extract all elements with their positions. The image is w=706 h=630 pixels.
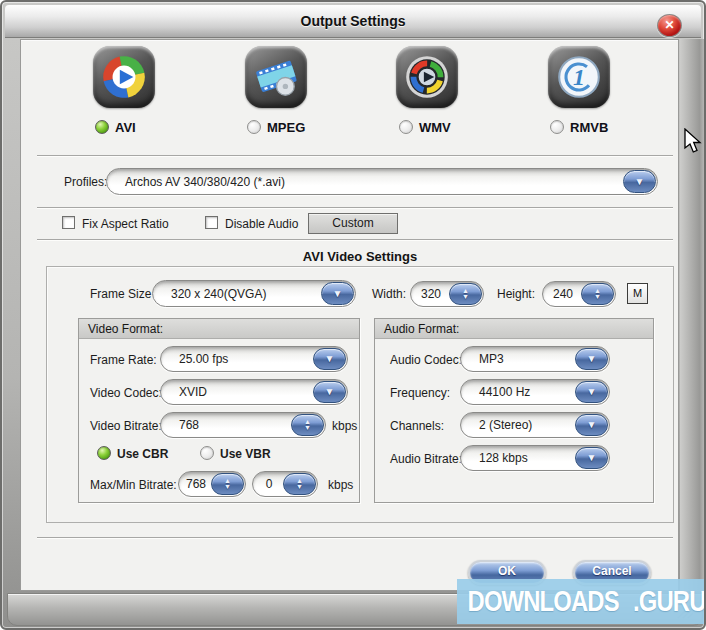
- dropdown-arrow-icon[interactable]: ▼: [575, 447, 608, 469]
- width-label: Width:: [372, 287, 406, 301]
- profiles-label: Profiles:: [64, 175, 107, 189]
- video-bitrate-stepper[interactable]: 768 ▲▼: [160, 412, 326, 438]
- avi-format-icon[interactable]: [93, 46, 155, 108]
- width-stepper[interactable]: 320 ▲▼: [410, 281, 484, 307]
- m-button[interactable]: M: [627, 283, 648, 304]
- video-bitrate-label: Video Bitrate:: [90, 419, 162, 433]
- video-bitrate-value: 768: [179, 418, 293, 432]
- svg-text:1: 1: [573, 64, 585, 90]
- use-cbr-radio[interactable]: [97, 446, 111, 460]
- separator: [37, 537, 673, 539]
- separator: [37, 207, 673, 209]
- width-value: 320: [411, 287, 451, 301]
- separator: [37, 239, 673, 241]
- frame-rate-value: 25.00 fps: [179, 352, 228, 366]
- rmvb-radio[interactable]: [550, 120, 564, 134]
- video-codec-value: XVID: [179, 385, 207, 399]
- profiles-dropdown[interactable]: Archos AV 340/380/420 (*.avi) ▼: [106, 168, 658, 195]
- use-vbr-radio[interactable]: [200, 446, 214, 460]
- audio-codec-label: Audio Codec:: [390, 353, 462, 367]
- mpeg-radio[interactable]: [247, 120, 261, 134]
- profiles-value: Archos AV 340/380/420 (*.avi): [125, 175, 285, 189]
- avi-radio[interactable]: [95, 120, 109, 134]
- custom-button[interactable]: Custom: [308, 213, 398, 234]
- wmv-icon: [402, 52, 452, 102]
- audio-codec-value: MP3: [479, 352, 504, 366]
- audio-bitrate-label: Audio Bitrate:: [390, 452, 462, 466]
- max-bitrate-stepper[interactable]: 768 ▲▼: [178, 471, 246, 497]
- use-vbr-label: Use VBR: [220, 447, 271, 461]
- spinner-arrows-icon[interactable]: ▲▼: [211, 473, 244, 495]
- video-codec-dropdown[interactable]: XVID ▼: [160, 379, 348, 405]
- window-right-frame: [680, 39, 706, 591]
- avi-icon: [99, 52, 149, 102]
- maxmin-bitrate-label: Max/Min Bitrate:: [90, 478, 177, 492]
- frame-rate-dropdown[interactable]: 25.00 fps ▼: [160, 346, 348, 372]
- audio-bitrate-dropdown[interactable]: 128 kbps ▼: [460, 445, 610, 471]
- rmvb-format-icon[interactable]: 1: [548, 46, 610, 108]
- wmv-radio[interactable]: [399, 120, 413, 134]
- frame-rate-label: Frame Rate:: [90, 353, 157, 367]
- watermark-text-right: .GURU: [633, 585, 706, 618]
- dropdown-arrow-icon[interactable]: ▼: [623, 170, 656, 193]
- frame-size-label: Frame Size: [90, 287, 151, 301]
- video-codec-label: Video Codec:: [90, 386, 162, 400]
- mouse-cursor-icon: [683, 128, 703, 156]
- audio-codec-dropdown[interactable]: MP3 ▼: [460, 346, 610, 372]
- dropdown-arrow-icon[interactable]: ▼: [575, 348, 608, 370]
- title-bar[interactable]: Output Settings ✕: [5, 5, 701, 38]
- spinner-arrows-icon[interactable]: ▲▼: [283, 473, 316, 495]
- maxmin-bitrate-unit: kbps: [328, 478, 353, 492]
- channels-value: 2 (Stereo): [479, 418, 532, 432]
- use-cbr-label: Use CBR: [117, 447, 168, 461]
- audio-format-title: Audio Format:: [375, 319, 653, 339]
- height-value: 240: [543, 287, 583, 301]
- disable-audio-label: Disable Audio: [225, 217, 298, 231]
- dropdown-arrow-icon[interactable]: ▼: [313, 381, 346, 403]
- frequency-value: 44100 Hz: [479, 385, 530, 399]
- fix-aspect-ratio-label: Fix Aspect Ratio: [82, 217, 169, 231]
- spinner-arrows-icon[interactable]: ▲▼: [449, 283, 482, 305]
- min-bitrate-value: 0: [253, 477, 285, 491]
- dropdown-arrow-icon[interactable]: ▼: [321, 282, 354, 305]
- dropdown-arrow-icon[interactable]: ▼: [575, 414, 608, 436]
- height-stepper[interactable]: 240 ▲▼: [542, 281, 616, 307]
- dialog-title: Output Settings: [5, 13, 701, 29]
- wmv-format-icon[interactable]: [396, 46, 458, 108]
- mpeg-radio-label: MPEG: [267, 120, 305, 135]
- rmvb-radio-label: RMVB: [570, 120, 608, 135]
- mpeg-icon: [251, 52, 301, 102]
- frequency-label: Frequency:: [390, 386, 450, 400]
- disable-audio-checkbox[interactable]: [205, 216, 218, 229]
- wmv-radio-label: WMV: [419, 120, 451, 135]
- channels-label: Channels:: [390, 419, 444, 433]
- rmvb-icon: 1: [554, 52, 604, 102]
- fix-aspect-ratio-checkbox[interactable]: [62, 216, 75, 229]
- avi-radio-label: AVI: [115, 120, 136, 135]
- max-bitrate-value: 768: [179, 477, 213, 491]
- frame-size-dropdown[interactable]: 320 x 240(QVGA) ▼: [152, 280, 356, 307]
- watermark-text-left: DOWNLOADS: [468, 585, 619, 618]
- video-format-title: Video Format:: [79, 319, 359, 339]
- channels-dropdown[interactable]: 2 (Stereo) ▼: [460, 412, 610, 438]
- height-label: Height:: [497, 287, 535, 301]
- avi-settings-heading: AVI Video Settings: [46, 249, 674, 264]
- frequency-dropdown[interactable]: 44100 Hz ▼: [460, 379, 610, 405]
- dropdown-arrow-icon[interactable]: ▼: [313, 348, 346, 370]
- close-button[interactable]: ✕: [657, 14, 682, 37]
- output-settings-dialog: Output Settings ✕: [0, 0, 706, 630]
- audio-bitrate-value: 128 kbps: [479, 451, 528, 465]
- separator: [37, 155, 673, 157]
- watermark-banner: DOWNLOADS .GURU: [457, 579, 706, 624]
- close-icon: ✕: [664, 18, 674, 32]
- video-bitrate-unit: kbps: [332, 419, 357, 433]
- dropdown-arrow-icon[interactable]: ▼: [575, 381, 608, 403]
- mpeg-format-icon[interactable]: [245, 46, 307, 108]
- spinner-arrows-icon[interactable]: ▲▼: [291, 414, 324, 436]
- spinner-arrows-icon[interactable]: ▲▼: [581, 283, 614, 305]
- frame-size-value: 320 x 240(QVGA): [171, 287, 266, 301]
- min-bitrate-stepper[interactable]: 0 ▲▼: [252, 471, 318, 497]
